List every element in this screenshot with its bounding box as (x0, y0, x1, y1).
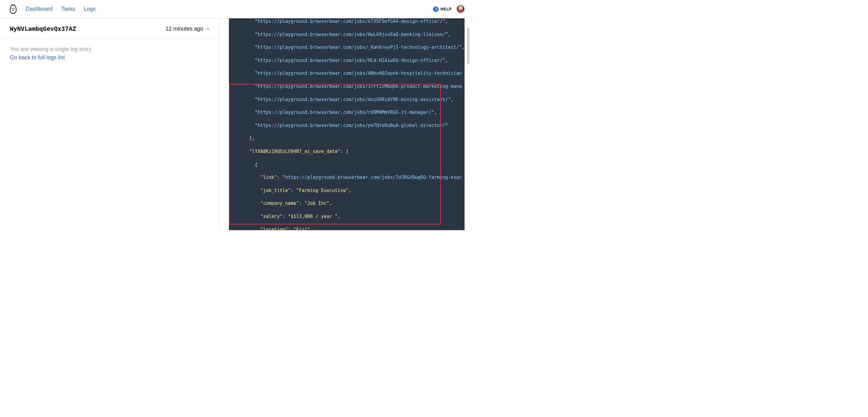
code-url: https://playground.browserbear.com/jobs/… (258, 19, 442, 24)
code-url: https://playground.browserbear.com/jobs/… (258, 123, 445, 128)
code-key: "lYXA8Kz19QDzLV94N7_ai_save_data" (249, 149, 340, 154)
code-url: https://playground.browserbear.com/jobs/… (258, 44, 459, 50)
arrow-right-icon: → (204, 26, 210, 32)
log-entry-time-link[interactable]: 12 minutes ago→ (165, 26, 210, 32)
back-to-logs-link[interactable]: Go back to full logs list (10, 54, 65, 61)
code-value: "Job Inc" (304, 201, 329, 206)
header-left: Dashboard Tasks Logs (9, 4, 96, 14)
code-value: "$113,000 / year " (288, 214, 338, 219)
help-label: HELP (440, 7, 452, 11)
header-right: ? HELP (433, 5, 465, 13)
log-json-output[interactable]: "https://playground.browserbear.com/jobs… (229, 18, 465, 230)
code-url: https://playground.browserbear.com/jobs/… (258, 32, 445, 37)
svg-point-2 (12, 9, 14, 10)
code-url: https://playground.browserbear.com/jobs/… (258, 71, 462, 76)
log-entry-time: 12 minutes ago (165, 26, 203, 32)
code-url: https://playground.browserbear.com/jobs/… (285, 175, 462, 180)
help-icon: ? (433, 6, 439, 12)
svg-point-0 (11, 8, 12, 9)
nav-dashboard[interactable]: Dashboard (26, 6, 53, 12)
left-pane: WyNVLambqGevQx37AZ 12 minutes ago→ You a… (0, 18, 220, 230)
main-content: WyNVLambqGevQx37AZ 12 minutes ago→ You a… (0, 18, 474, 230)
right-pane: "https://playground.browserbear.com/jobs… (220, 18, 474, 230)
app-header: Dashboard Tasks Logs ? HELP (0, 0, 474, 18)
code-url: https://playground.browserbear.com/jobs/… (258, 84, 462, 89)
code-url: https://playground.browserbear.com/jobs/… (258, 58, 442, 63)
app-logo-icon[interactable] (9, 4, 17, 14)
code-value: "Farming Executive" (296, 188, 349, 193)
log-entry-id: WyNVLambqGevQx37AZ (10, 25, 76, 32)
nav-logs[interactable]: Logs (84, 6, 96, 12)
info-block: You are viewing a single log entry Go ba… (0, 39, 219, 69)
info-text: You are viewing a single log entry (10, 46, 210, 53)
code-url: https://playground.browserbear.com/jobs/… (258, 97, 448, 102)
code-url: https://playground.browserbear.com/jobs/… (258, 110, 432, 115)
nav-tasks[interactable]: Tasks (61, 6, 75, 12)
scrollbar[interactable] (467, 28, 469, 64)
log-entry-header: WyNVLambqGevQx37AZ 12 minutes ago→ (0, 18, 219, 39)
help-button[interactable]: ? HELP (433, 6, 452, 12)
code-value: "Fiji" (293, 227, 310, 231)
svg-point-1 (13, 8, 14, 9)
avatar[interactable] (457, 5, 465, 13)
